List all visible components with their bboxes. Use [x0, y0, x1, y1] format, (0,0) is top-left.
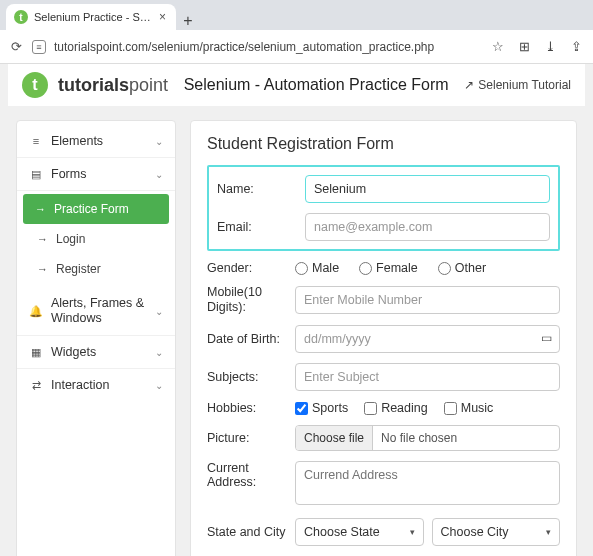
page-title: Selenium - Automation Practice Form — [178, 76, 454, 94]
logo-icon: t — [22, 72, 48, 98]
page-header: t tutorialspoint Selenium - Automation P… — [8, 64, 585, 106]
label-subjects: Subjects: — [207, 370, 295, 384]
browser-tab-bar: t Selenium Practice - Student R × + — [0, 0, 593, 30]
city-select[interactable]: Choose City▾ — [432, 518, 561, 546]
label-email: Email: — [217, 220, 305, 234]
external-link-icon: ↗ — [464, 78, 474, 92]
form-title: Student Registration Form — [207, 135, 560, 153]
address-textarea[interactable] — [295, 461, 560, 505]
chevron-down-icon: ⌄ — [155, 306, 163, 317]
selenium-tutorial-link[interactable]: ↗Selenium Tutorial — [464, 78, 571, 92]
file-input[interactable]: Choose file No file chosen — [295, 425, 560, 451]
browser-address-bar: ⟳ ≡ tutorialspoint.com/selenium/practice… — [0, 30, 593, 64]
chevron-down-icon: ⌄ — [155, 380, 163, 391]
browser-tab[interactable]: t Selenium Practice - Student R × — [6, 4, 176, 30]
swap-icon: ⇄ — [29, 379, 43, 392]
sidebar-item-practice-form[interactable]: → Practice Form — [23, 194, 169, 224]
page: t tutorialspoint Selenium - Automation P… — [0, 64, 593, 556]
sidebar-sub-forms: → Practice Form → Login → Register — [17, 191, 175, 287]
arrow-right-icon: → — [37, 233, 48, 245]
checkbox-music[interactable]: Music — [444, 401, 494, 415]
radio-female[interactable]: Female — [359, 261, 418, 275]
label-picture: Picture: — [207, 431, 295, 445]
chevron-down-icon: ⌄ — [155, 347, 163, 358]
grid-icon: ▦ — [29, 346, 43, 359]
sidebar-group-forms[interactable]: ▤ Forms ⌄ — [17, 158, 175, 191]
new-tab-button[interactable]: + — [176, 12, 200, 30]
form-icon: ▤ — [29, 168, 43, 181]
download-icon[interactable]: ⤓ — [541, 39, 559, 54]
main-panel: Student Registration Form Name: Email: G… — [190, 120, 577, 556]
list-icon: ≡ — [29, 135, 43, 147]
choose-file-button[interactable]: Choose file — [296, 426, 373, 450]
label-address: Current Address: — [207, 461, 295, 489]
sidebar: ≡ Elements ⌄ ▤ Forms ⌄ → Practice Form →… — [16, 120, 176, 556]
mobile-input[interactable] — [295, 286, 560, 314]
sidebar-group-interaction[interactable]: ⇄ Interaction ⌄ — [17, 369, 175, 401]
reload-icon[interactable]: ⟳ — [8, 39, 24, 55]
label-mobile: Mobile(10 Digits): — [207, 285, 295, 315]
label-gender: Gender: — [207, 261, 295, 275]
arrow-right-icon: → — [37, 263, 48, 275]
close-tab-icon[interactable]: × — [157, 10, 168, 24]
subjects-input[interactable] — [295, 363, 560, 391]
label-dob: Date of Birth: — [207, 332, 295, 346]
checkbox-reading[interactable]: Reading — [364, 401, 428, 415]
extensions-icon[interactable]: ⊞ — [515, 39, 533, 54]
state-select[interactable]: Choose State▾ — [295, 518, 424, 546]
sidebar-group-widgets[interactable]: ▦ Widgets ⌄ — [17, 336, 175, 369]
url-text[interactable]: tutorialspoint.com/selenium/practice/sel… — [54, 40, 481, 54]
chevron-down-icon: ⌄ — [155, 136, 163, 147]
brand: tutorialspoint — [58, 75, 168, 96]
sidebar-group-elements[interactable]: ≡ Elements ⌄ — [17, 125, 175, 158]
dob-input[interactable] — [295, 325, 560, 353]
radio-male[interactable]: Male — [295, 261, 339, 275]
checkbox-sports[interactable]: Sports — [295, 401, 348, 415]
name-input[interactable] — [305, 175, 550, 203]
share-icon[interactable]: ⇪ — [567, 39, 585, 54]
chevron-down-icon: ⌄ — [155, 169, 163, 180]
chevron-down-icon: ▾ — [410, 527, 415, 537]
star-icon[interactable]: ☆ — [489, 39, 507, 54]
radio-other[interactable]: Other — [438, 261, 486, 275]
bell-icon: 🔔 — [29, 305, 43, 318]
favicon: t — [14, 10, 28, 24]
tab-title: Selenium Practice - Student R — [34, 11, 151, 23]
site-info-icon[interactable]: ≡ — [32, 40, 46, 54]
sidebar-group-alerts[interactable]: 🔔 Alerts, Frames & Windows ⌄ — [17, 287, 175, 336]
sidebar-item-register[interactable]: → Register — [17, 254, 175, 284]
label-name: Name: — [217, 182, 305, 196]
calendar-icon[interactable]: ▭ — [541, 331, 552, 345]
highlighted-section: Name: Email: — [207, 165, 560, 251]
content: ≡ Elements ⌄ ▤ Forms ⌄ → Practice Form →… — [8, 106, 585, 556]
file-status: No file chosen — [373, 426, 465, 450]
chevron-down-icon: ▾ — [546, 527, 551, 537]
label-statecity: State and City — [207, 525, 295, 539]
label-hobbies: Hobbies: — [207, 401, 295, 415]
arrow-right-icon: → — [35, 203, 46, 215]
email-input[interactable] — [305, 213, 550, 241]
sidebar-item-login[interactable]: → Login — [17, 224, 175, 254]
